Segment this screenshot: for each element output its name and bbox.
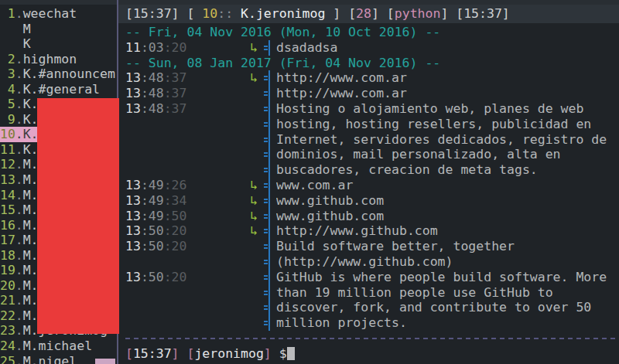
message-timestamp: 13:50:20 (118, 239, 250, 254)
message-timestamp: 13:48:37 (118, 70, 250, 86)
prefix-separator-icon (259, 117, 276, 132)
buffer-number-dot: . (15, 127, 23, 142)
chat-message-continuation: discover, fork, and contribute to over 5… (118, 300, 619, 315)
message-timestamp: 13:49:50 (118, 209, 250, 224)
redirect-arrow-icon (250, 147, 259, 162)
sidebar-item-3[interactable]: 3.K.#announcem (0, 66, 117, 82)
buffer-number-dot: . (15, 263, 23, 278)
sidebar-item-2[interactable]: 2.highmon (0, 52, 117, 67)
message-timestamp (118, 315, 250, 331)
chat-message-continuation: than 19 million people use GitHub to (118, 285, 619, 301)
buffer-number: 13 (0, 172, 15, 188)
sidebar-item-1[interactable]: 1.weechat (0, 6, 117, 22)
title-bar: [15:37] [ 10:: K.jeronimog ] [28] [pytho… (118, 5, 619, 23)
message-text: Build software better, together (276, 239, 619, 254)
prefix-separator-icon (259, 86, 276, 101)
message-timestamp: 13:50:20 (118, 223, 250, 239)
redirect-arrow-icon (250, 162, 259, 178)
chat-message-line: 13:48:37↳http://www.com.ar (118, 70, 619, 86)
sidebar-item-k[interactable]: K (0, 36, 117, 52)
input-prompt[interactable]: $ (272, 346, 287, 361)
redirect-arrow-icon: ↳ (250, 223, 259, 239)
buffer-number-dot: . (15, 278, 23, 294)
message-timestamp (118, 147, 250, 162)
buffer-name: M. (23, 278, 39, 293)
redirect-arrow-icon (250, 315, 259, 331)
buffer-number: 23 (0, 323, 15, 338)
buffer-name: K (23, 36, 31, 51)
prefix-separator-icon (259, 101, 276, 117)
message-text: hosting, hosting resellers, publicidad e… (276, 117, 619, 132)
input-bracket: ] [ (172, 346, 195, 361)
chat-message-continuation: million projects. (118, 315, 619, 331)
input-bar[interactable]: [15:37] [jeronimog] $ (118, 346, 619, 362)
message-timestamp: 13:49:34 (118, 193, 250, 209)
buffer-number: 10 (0, 127, 15, 142)
message-timestamp: 13:48:37 (118, 86, 250, 101)
timestamp-second: :20 (164, 40, 187, 55)
sidebar-item-24[interactable]: 24.M.michael (0, 338, 117, 354)
timestamp-second: :37 (164, 86, 187, 100)
buffer-number: 24 (0, 338, 15, 354)
chat-message-line: 11:03:20↳dsadadsa (118, 40, 619, 56)
message-timestamp: 11:03:20 (118, 40, 250, 56)
message-timestamp (118, 285, 250, 301)
date-change-line: -- Sun, 08 Jan 2017 (Fri, 04 Nov 2016) -… (118, 56, 619, 71)
titlebar-script-badge: python (395, 6, 441, 21)
buffer-number-dot: . (15, 52, 23, 67)
chat-message-continuation: (http://www.github.com) (118, 254, 619, 270)
buffer-name: K.#announcem (23, 66, 115, 81)
titlebar-buffer-number: 10 (202, 6, 217, 21)
sidebar-item-4[interactable]: 4.K.#general (0, 82, 117, 97)
prefix-separator-icon (259, 285, 276, 301)
message-text: www.github.com (276, 193, 619, 209)
prefix-separator-icon (259, 178, 276, 193)
timestamp-minute: :50 (141, 270, 164, 284)
redirect-arrow-icon (250, 86, 259, 101)
read-marker-line (118, 331, 619, 346)
redaction-overlay (37, 98, 119, 334)
timestamp-minute: :48 (141, 70, 164, 85)
buffer-number-dot: . (15, 157, 23, 172)
titlebar-bracket: [ (387, 6, 395, 21)
message-timestamp (118, 132, 250, 148)
buffer-number-dot: . (15, 233, 23, 248)
buffer-number: 15 (0, 202, 15, 218)
buffer-number-dot: . (15, 338, 23, 354)
buffer-number: 21 (0, 293, 15, 308)
buffer-number: 17 (0, 233, 15, 248)
chat-message-line: 13:50:20GitHub is where people build sof… (118, 270, 619, 285)
titlebar-bracket: [ (186, 6, 202, 21)
buffer-name: weechat (23, 6, 77, 21)
buffer-name: M. (23, 188, 39, 202)
buffer-number: 18 (0, 248, 15, 264)
buffer-number-dot: . (15, 82, 23, 97)
buffer-number-dot: . (15, 323, 23, 338)
prefix-separator-icon (259, 70, 276, 86)
timestamp-second: :20 (164, 223, 187, 238)
message-text: dominios, mail personalizado, alta en (276, 147, 619, 162)
buffer-number: 11 (0, 142, 15, 158)
buffer-name: M. (23, 202, 39, 217)
titlebar-bracket: ] (371, 6, 387, 21)
buffer-number-dot: . (15, 6, 23, 22)
buffer-number: 19 (0, 263, 15, 278)
timestamp-minute: :49 (141, 193, 164, 208)
buffer-name: K. (23, 127, 39, 141)
redirect-arrow-icon: ↳ (250, 209, 259, 224)
redirect-arrow-icon (250, 117, 259, 132)
message-timestamp: 13:50:20 (118, 270, 250, 285)
prefix-separator-icon (259, 300, 276, 315)
message-text: www.github.com (276, 209, 619, 224)
text-cursor[interactable] (287, 347, 295, 360)
timestamp-hour: 13 (125, 223, 141, 238)
chat-message-continuation: hosting, hosting resellers, publicidad e… (118, 117, 619, 132)
buffer-number: 14 (0, 188, 15, 203)
redirect-arrow-icon: ↳ (250, 40, 259, 56)
timestamp-minute: :50 (141, 223, 164, 238)
prefix-separator-icon (259, 315, 276, 331)
message-timestamp (118, 162, 250, 178)
redirect-arrow-icon (250, 270, 259, 285)
sidebar-item-m[interactable]: M (0, 22, 117, 37)
timestamp-minute: :48 (141, 101, 164, 116)
